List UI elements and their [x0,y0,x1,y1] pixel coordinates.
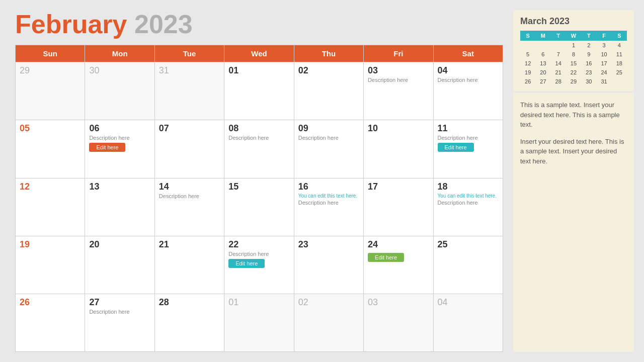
calendar-cell-w0d5: 03Description here [364,62,433,120]
mini-week-1: 567891011 [520,50,627,59]
mini-header-T: T [551,31,566,41]
calendar-cell-w2d4: 16You can edit this text here.Descriptio… [294,178,363,236]
calendar-week-1: 0506Description hereEdit here0708Descrip… [16,120,503,178]
calendar-cell-w2d2: 14Description here [154,178,224,236]
can-edit-text: You can edit this text here. [438,193,499,199]
mini-cell-w4d5: 31 [596,77,611,86]
mini-cell-w3d5: 24 [596,68,611,77]
calendar-cell-w3d2: 21 [154,236,224,294]
day-number: 28 [159,297,220,308]
day-number: 01 [228,297,289,308]
day-number: 06 [89,123,150,134]
calendar-year: 2023 [134,10,193,39]
day-number: 17 [368,182,429,192]
mini-cell-w2d1: 13 [535,59,550,68]
mini-calendar: SMTWTFS 12345678910111213141516171819202… [520,31,627,86]
calendar-cell-w0d2: 31 [154,62,224,120]
day-number: 07 [159,123,220,134]
day-number: 09 [298,123,359,134]
mini-cell-w4d6 [612,77,627,86]
calendar-week-3: 19202122Description hereEdit here2324Edi… [16,236,503,294]
day-number: 12 [20,182,80,192]
mini-cell-w3d4: 23 [581,68,596,77]
mini-cell-w0d5: 3 [596,41,611,50]
day-number: 16 [298,182,359,192]
description-text: Description here [298,200,359,206]
mini-cell-w1d5: 10 [596,50,611,59]
calendar-header-wed: Wed [224,45,294,62]
calendar-cell-w4d5: 03 [364,294,433,351]
calendar-cell-w1d1: 06Description hereEdit here [85,120,154,178]
mini-cell-w0d4: 2 [581,41,596,50]
calendar-cell-w1d5: 10 [364,120,433,178]
mini-cell-w2d5: 17 [596,59,611,68]
calendar-cell-w2d1: 13 [85,178,154,236]
mini-calendar-container: March 2023 SMTWTFS 123456789101112131415… [513,10,634,91]
edit-button[interactable]: Edit here [438,143,474,152]
day-number: 15 [228,182,289,192]
day-number: 08 [228,123,289,134]
description-text: Description here [438,135,499,141]
description-text: Description here [368,77,429,83]
calendar-cell-w3d3: 22Description hereEdit here [224,236,294,294]
mini-cell-w0d1 [535,41,550,50]
day-number: 04 [438,297,499,308]
mini-cell-w1d1: 6 [535,50,550,59]
can-edit-text: You can edit this text here. [298,193,359,199]
mini-cell-w0d0 [520,41,535,50]
mini-cell-w0d3: 1 [566,41,581,50]
mini-header-M: M [535,31,550,41]
mini-week-3: 19202122232425 [520,68,627,77]
mini-header-F: F [596,31,611,41]
day-number: 13 [89,182,150,192]
sidebar-text-2: Insert your desired text here. This is a… [520,137,627,166]
calendar-cell-w0d6: 04Description here [433,62,503,120]
mini-cell-w0d2 [551,41,566,50]
calendar-cell-w2d0: 12 [16,178,85,236]
day-number: 20 [89,239,150,250]
day-number: 19 [20,239,80,250]
mini-header-S: S [520,31,535,41]
calendar-title: February 2023 [15,10,503,39]
calendar-cell-w0d1: 30 [85,62,154,120]
day-number: 11 [438,123,499,134]
calendar-cell-w3d1: 20 [85,236,154,294]
day-number: 03 [368,297,429,308]
calendar-cell-w0d0: 29 [16,62,85,120]
calendar-cell-w4d2: 28 [154,294,224,351]
day-number: 18 [438,182,499,192]
mini-cell-w3d3: 22 [566,68,581,77]
edit-button[interactable]: Edit here [228,259,265,268]
day-number: 02 [298,297,359,308]
calendar-cell-w4d4: 02 [294,294,363,351]
calendar-header-fri: Fri [364,45,433,62]
mini-week-0: 1234 [520,41,627,50]
calendar-cell-w3d4: 23 [294,236,363,294]
mini-week-4: 262728293031 [520,77,627,86]
mini-header-T: T [581,31,596,41]
mini-cell-w2d2: 14 [551,59,566,68]
mini-cell-w4d3: 29 [566,77,581,86]
day-number: 03 [368,65,429,76]
mini-cell-w1d0: 5 [520,50,535,59]
mini-cell-w3d0: 19 [520,68,535,77]
calendar-cell-w3d5: 24Edit here [364,236,433,294]
mini-cell-w1d2: 7 [551,50,566,59]
edit-button[interactable]: Edit here [89,143,125,152]
mini-cell-w0d6: 4 [612,41,627,50]
mini-week-2: 12131415161718 [520,59,627,68]
calendar-header-sat: Sat [433,45,503,62]
calendar-cell-w1d6: 11Description hereEdit here [433,120,503,178]
calendar-cell-w1d4: 09Description here [294,120,363,178]
mini-cell-w1d6: 11 [612,50,627,59]
calendar-cell-w3d0: 19 [16,236,85,294]
day-number: 10 [368,123,429,134]
day-number: 01 [228,65,289,76]
mini-cell-w4d0: 26 [520,77,535,86]
mini-cell-w2d3: 15 [566,59,581,68]
edit-button[interactable]: Edit here [368,253,404,262]
calendar-header-sun: Sun [16,45,85,62]
description-text: Description here [228,251,289,257]
day-number: 05 [20,123,80,134]
mini-calendar-body: 1234567891011121314151617181920212223242… [520,41,627,86]
